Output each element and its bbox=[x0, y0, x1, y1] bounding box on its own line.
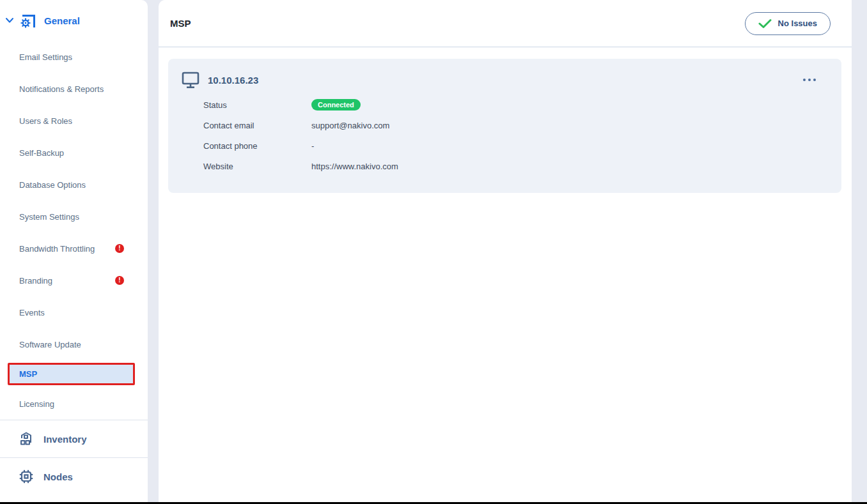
settings-sidebar: General Email Settings Notifications & R… bbox=[0, 0, 148, 504]
card-actions-menu[interactable] bbox=[801, 75, 818, 85]
sidebar-item-label: Branding bbox=[19, 276, 52, 286]
sidebar-nav: Email Settings Notifications & Reports U… bbox=[0, 41, 148, 420]
sidebar-section-label: Nodes bbox=[43, 471, 73, 482]
detail-row-status: Status Connected bbox=[203, 95, 818, 115]
detail-label: Contact email bbox=[203, 121, 311, 130]
alert-badge-icon: ! bbox=[115, 244, 124, 253]
detail-label: Website bbox=[203, 162, 311, 171]
detail-row-website: Website https://www.nakivo.com bbox=[203, 156, 818, 176]
monitor-icon bbox=[181, 71, 200, 89]
detail-label: Status bbox=[203, 100, 311, 110]
sidebar-item-label: Licensing bbox=[19, 399, 54, 409]
status-badge: Connected bbox=[311, 99, 361, 111]
panel-header: MSP No Issues bbox=[159, 0, 852, 47]
sidebar-item-label: Events bbox=[19, 308, 45, 317]
sidebar-item-events[interactable]: Events bbox=[0, 296, 148, 328]
sidebar-item-label: MSP bbox=[19, 369, 37, 379]
sidebar-item-users-roles[interactable]: Users & Roles bbox=[0, 105, 148, 137]
no-issues-label: No Issues bbox=[778, 19, 817, 28]
sidebar-item-bandwidth-throttling[interactable]: Bandwidth Throttling ! bbox=[0, 233, 148, 264]
sidebar-item-label: Database Options bbox=[19, 180, 86, 190]
detail-value: https://www.nakivo.com bbox=[311, 162, 398, 171]
detail-row-contact-phone: Contact phone - bbox=[203, 135, 818, 156]
server-address: 10.10.16.23 bbox=[208, 75, 258, 86]
server-details: Status Connected Contact email support@n… bbox=[203, 95, 818, 176]
msp-server-card: 10.10.16.23 Status Connected Contact ema… bbox=[168, 59, 841, 193]
sidebar-item-label: Bandwidth Throttling bbox=[19, 244, 95, 254]
app-root: General Email Settings Notifications & R… bbox=[0, 0, 867, 504]
ellipsis-icon bbox=[803, 79, 806, 81]
sidebar-item-software-update[interactable]: Software Update bbox=[0, 328, 148, 360]
check-icon bbox=[758, 19, 772, 29]
sidebar-item-label: Self-Backup bbox=[19, 148, 64, 158]
sidebar-item-label: System Settings bbox=[19, 212, 79, 222]
sidebar-item-notifications-reports[interactable]: Notifications & Reports bbox=[0, 73, 148, 105]
sidebar-section-label: Inventory bbox=[43, 434, 87, 445]
detail-label: Contact phone bbox=[203, 141, 311, 151]
sidebar-item-label: Email Settings bbox=[19, 52, 72, 62]
chevron-down-icon bbox=[5, 17, 14, 24]
sidebar-item-licensing[interactable]: Licensing bbox=[0, 388, 148, 420]
ellipsis-icon bbox=[808, 79, 811, 81]
no-issues-button[interactable]: No Issues bbox=[745, 12, 831, 35]
detail-row-contact-email: Contact email support@nakivo.com bbox=[203, 115, 818, 135]
sidebar-item-msp[interactable]: MSP bbox=[8, 363, 135, 385]
sidebar-item-label: Users & Roles bbox=[19, 116, 72, 126]
sidebar-section-inventory[interactable]: Inventory bbox=[0, 420, 148, 457]
detail-value: - bbox=[311, 141, 314, 151]
page-title: MSP bbox=[170, 18, 191, 29]
detail-value: support@nakivo.com bbox=[311, 121, 389, 130]
ellipsis-icon bbox=[813, 79, 816, 81]
sidebar-section-nodes[interactable]: Nodes bbox=[0, 457, 148, 495]
settings-frame-icon bbox=[19, 12, 36, 29]
card-header: 10.10.16.23 bbox=[181, 68, 818, 92]
sidebar-item-system-settings[interactable]: System Settings bbox=[0, 201, 148, 233]
inventory-icon bbox=[18, 431, 35, 447]
sidebar-item-branding[interactable]: Branding ! bbox=[0, 264, 148, 296]
sidebar-item-label: Notifications & Reports bbox=[19, 84, 104, 94]
sidebar-item-self-backup[interactable]: Self-Backup bbox=[0, 137, 148, 169]
msp-panel: MSP No Issues 10.10.16.23 bbox=[159, 0, 852, 504]
sidebar-item-database-options[interactable]: Database Options bbox=[0, 169, 148, 201]
sidebar-item-label: Software Update bbox=[19, 340, 81, 349]
sidebar-section-general[interactable]: General bbox=[0, 0, 148, 41]
sidebar-section-label: General bbox=[44, 15, 80, 26]
sidebar-item-email-settings[interactable]: Email Settings bbox=[0, 41, 148, 73]
alert-badge-icon: ! bbox=[115, 276, 124, 285]
nodes-chip-icon bbox=[18, 468, 35, 485]
